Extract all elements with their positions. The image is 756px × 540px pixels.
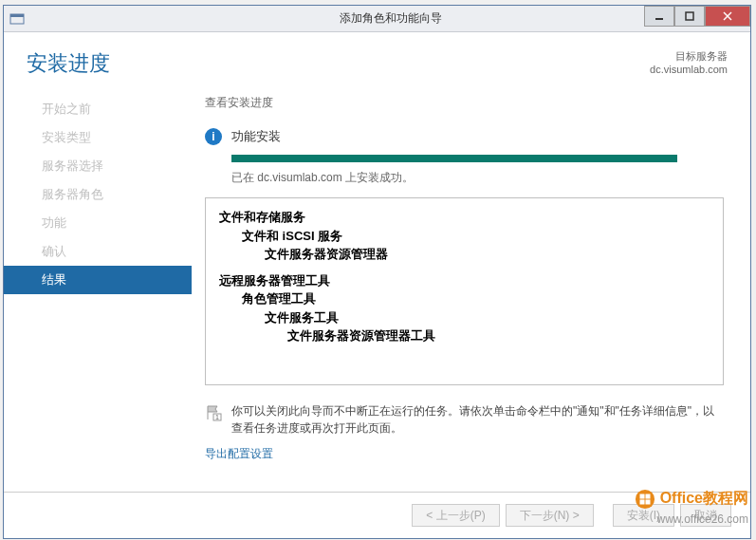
feature-item: 文件服务器资源管理器 (265, 245, 710, 264)
minimize-button[interactable] (644, 6, 674, 27)
feature-list: 文件和存储服务 文件和 iSCSI 服务 文件服务器资源管理器 远程服务器管理工… (205, 197, 724, 385)
next-button: 下一步(N) > (506, 504, 594, 527)
window-title: 添加角色和功能向导 (30, 10, 750, 27)
feature-item: 文件和存储服务 (219, 208, 710, 227)
target-server-info: 目标服务器 dc.visumlab.com (650, 49, 728, 75)
body: 开始之前 安装类型 服务器选择 服务器角色 功能 确认 结果 查看安装进度 i … (4, 85, 750, 492)
feature-item: 文件和 iSCSI 服务 (242, 227, 710, 246)
sidebar-item-before-begin: 开始之前 (4, 95, 192, 123)
progress-bar (231, 155, 677, 162)
sidebar-item-install-type: 安装类型 (4, 123, 192, 152)
svg-rect-1 (10, 14, 24, 17)
sidebar: 开始之前 安装类型 服务器选择 服务器角色 功能 确认 结果 (4, 91, 192, 492)
feature-item: 远程服务器管理工具 (219, 271, 710, 290)
page-title: 安装进度 (27, 49, 110, 78)
feature-item: 文件服务器资源管理器工具 (287, 326, 710, 345)
flag-icon: 1 (205, 404, 222, 421)
note-row: 1 你可以关闭此向导而不中断正在运行的任务。请依次单击命令栏中的"通知"和"任务… (205, 402, 724, 437)
sidebar-item-features: 功能 (4, 209, 192, 237)
feature-item: 角色管理工具 (242, 289, 710, 308)
section-label: 查看安装进度 (205, 95, 724, 111)
titlebar: 添加角色和功能向导 (4, 6, 750, 32)
header: 安装进度 目标服务器 dc.visumlab.com (4, 32, 750, 85)
note-text: 你可以关闭此向导而不中断正在运行的任务。请依次单击命令栏中的"通知"和"任务详细… (231, 402, 724, 437)
status-row: i 功能安装 (205, 128, 724, 145)
window-controls (644, 6, 750, 27)
wizard-window: 添加角色和功能向导 安装进度 目标服务器 dc.visumlab.com 开始之… (3, 5, 751, 539)
footer: < 上一步(P) 下一步(N) > 安装(I) 取消 (4, 492, 750, 538)
target-label: 目标服务器 (650, 49, 728, 64)
svg-text:1: 1 (215, 414, 219, 420)
sidebar-item-server-select: 服务器选择 (4, 152, 192, 180)
sidebar-item-results[interactable]: 结果 (4, 266, 192, 294)
main-panel: 查看安装进度 i 功能安装 已在 dc.visumlab.com 上安装成功。 … (192, 91, 750, 492)
app-icon (4, 6, 30, 32)
svg-rect-3 (686, 12, 693, 20)
export-config-link[interactable]: 导出配置设置 (205, 446, 724, 462)
sidebar-item-confirm: 确认 (4, 237, 192, 266)
feature-item: 文件服务工具 (265, 308, 710, 327)
status-text: 功能安装 (231, 128, 281, 145)
cancel-button: 取消 (680, 504, 731, 527)
content-area: 安装进度 目标服务器 dc.visumlab.com 开始之前 安装类型 服务器… (4, 32, 750, 538)
maximize-button[interactable] (674, 6, 705, 27)
success-message: 已在 dc.visumlab.com 上安装成功。 (231, 170, 724, 186)
install-button: 安装(I) (613, 504, 674, 527)
close-button[interactable] (705, 6, 750, 27)
target-value: dc.visumlab.com (650, 64, 728, 75)
sidebar-item-server-roles: 服务器角色 (4, 180, 192, 209)
prev-button: < 上一步(P) (412, 504, 499, 527)
info-icon: i (205, 128, 222, 145)
